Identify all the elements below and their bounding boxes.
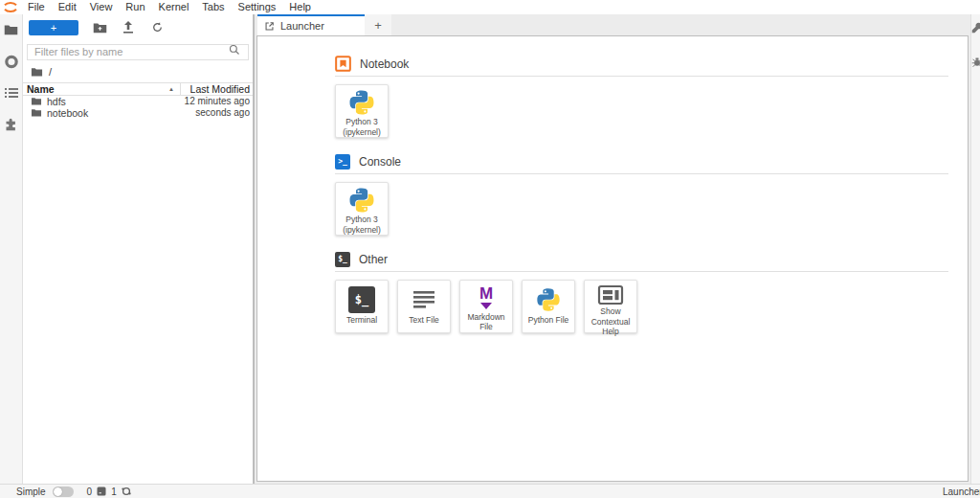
markdown-icon: M <box>479 285 493 309</box>
table-of-contents-icon[interactable] <box>4 85 19 101</box>
property-inspector-icon[interactable] <box>971 22 980 34</box>
breadcrumb-root[interactable]: / <box>49 66 52 78</box>
current-activity-label: Launcher <box>943 487 980 497</box>
status-bar: Simple 0 1 Launcher <box>0 484 980 498</box>
menu-help[interactable]: Help <box>282 0 318 14</box>
activity-bar <box>0 14 23 484</box>
file-browser-panel: + / <box>23 14 254 484</box>
filter-files-input[interactable] <box>27 44 249 60</box>
show-contextual-help-card[interactable]: Show Contextual Help <box>584 280 637 333</box>
home-folder-icon <box>31 67 43 77</box>
launcher-tab-icon <box>264 21 275 32</box>
sort-ascending-icon: ▲ <box>168 86 174 92</box>
section-console: >_ Console Python 3 (ipykernel) <box>335 153 948 236</box>
section-title: Notebook <box>360 57 409 71</box>
tab-launcher-label: Launcher <box>280 20 324 32</box>
main-dock-panel: Launcher + Notebook <box>254 14 970 484</box>
launcher-panel: Notebook Python 3 (ipykernel) <box>256 35 969 482</box>
name-column-header[interactable]: Name ▲ <box>23 83 180 95</box>
python-icon <box>535 283 562 315</box>
menu-bar: File Edit View Run Kernel Tabs Settings … <box>0 0 980 14</box>
extension-manager-icon[interactable] <box>4 117 19 132</box>
simple-mode-label: Simple <box>16 487 46 497</box>
launch-text-file-card[interactable]: Text File <box>397 280 451 333</box>
launch-console-python3-card[interactable]: Python 3 (ipykernel) <box>335 182 389 236</box>
text-file-icon <box>412 283 436 315</box>
section-title: Other <box>359 253 388 266</box>
section-title: Console <box>359 155 401 169</box>
new-tab-button[interactable]: + <box>365 14 391 35</box>
refresh-icon[interactable] <box>149 20 165 35</box>
menu-tabs[interactable]: Tabs <box>195 0 231 14</box>
python-icon <box>347 88 376 117</box>
kernel-status-icon <box>122 487 131 496</box>
console-icon: >_ <box>335 154 350 170</box>
terminal-icon: $_ <box>335 252 350 267</box>
right-sidebar <box>970 14 980 484</box>
filter-files-box <box>27 42 249 60</box>
launch-terminal-card[interactable]: $_ Terminal <box>335 280 389 333</box>
section-divider <box>335 271 948 272</box>
file-browser-toolbar: + <box>23 14 253 39</box>
launch-python-file-card[interactable]: Python File <box>522 280 575 333</box>
folder-icon <box>31 97 42 105</box>
breadcrumb[interactable]: / <box>23 60 253 82</box>
search-icon <box>229 44 240 56</box>
file-list-header: Name ▲ Last Modified <box>23 82 253 96</box>
launch-notebook-python3-card[interactable]: Python 3 (ipykernel) <box>335 84 389 138</box>
upload-icon[interactable] <box>121 20 136 35</box>
menu-kernel[interactable]: Kernel <box>152 0 196 14</box>
menu-file[interactable]: File <box>21 0 52 14</box>
tab-bar: Launcher + <box>255 14 970 35</box>
sessions-indicator[interactable]: 0 1 <box>87 487 131 497</box>
modified-time: 12 minutes ago <box>170 96 253 106</box>
file-row-hdfs[interactable]: hdfs 12 minutes ago <box>23 96 253 107</box>
terminals-count: 0 <box>87 487 93 497</box>
section-notebook: Notebook Python 3 (ipykernel) <box>335 56 948 138</box>
simple-mode-toggle[interactable] <box>53 487 74 497</box>
new-folder-icon[interactable] <box>92 20 107 35</box>
section-divider <box>335 173 948 174</box>
menu-view[interactable]: View <box>83 0 120 14</box>
menu-run[interactable]: Run <box>119 0 151 14</box>
running-sessions-icon[interactable] <box>4 54 19 69</box>
python-icon <box>347 186 376 215</box>
contextual-help-icon <box>597 283 624 306</box>
terminal-status-icon <box>97 487 106 496</box>
launch-markdown-file-card[interactable]: M Markdown File <box>459 280 513 333</box>
folder-icon <box>31 108 42 117</box>
file-row-notebook[interactable]: notebook seconds ago <box>23 107 253 119</box>
new-launcher-button[interactable]: + <box>29 20 78 35</box>
modified-time: seconds ago <box>170 107 253 118</box>
notebook-icon <box>335 56 351 72</box>
section-other: $_ Other $_ Terminal <box>335 251 948 333</box>
menu-edit[interactable]: Edit <box>52 0 83 14</box>
debugger-icon[interactable] <box>971 57 980 68</box>
jupyter-logo <box>0 0 21 14</box>
section-divider <box>335 76 948 77</box>
kernels-count: 1 <box>111 487 117 497</box>
modified-column-header[interactable]: Last Modified <box>180 83 253 95</box>
menu-settings[interactable]: Settings <box>232 0 283 14</box>
tab-launcher[interactable]: Launcher <box>257 14 365 35</box>
terminal-icon: $_ <box>348 286 375 313</box>
file-browser-icon[interactable] <box>4 22 19 37</box>
